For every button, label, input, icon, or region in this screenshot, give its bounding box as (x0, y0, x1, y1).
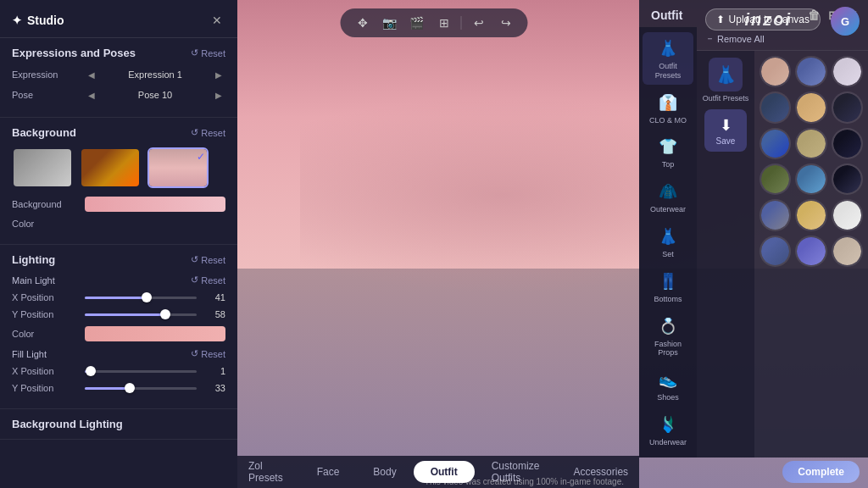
outfit-item[interactable] (832, 199, 863, 230)
outfit-item[interactable] (760, 92, 791, 123)
camera-icon[interactable]: 📷 (380, 13, 400, 33)
outfit-presets-item-label: Outfit Presets (703, 94, 749, 103)
bg-thumb-3[interactable]: ✓ (147, 147, 209, 188)
fill-y-slider[interactable] (85, 387, 197, 390)
outfit-presets-item[interactable]: 👗 Outfit Presets (700, 58, 751, 103)
fashion-props-icon: 💍 (656, 314, 680, 338)
outfit-item[interactable] (760, 236, 791, 267)
background-reset-button[interactable]: ↺ Reset (191, 127, 225, 138)
remove-all-button[interactable]: － Remove All (705, 32, 765, 45)
shoes-icon: 👟 (656, 368, 680, 391)
redo-icon[interactable]: ↪ (496, 13, 516, 33)
tab-body[interactable]: Body (356, 461, 413, 483)
fill-reset-icon: ↺ (191, 348, 198, 359)
fill-light-reset-button[interactable]: ↺ Reset (191, 348, 225, 359)
background-label: Background (12, 199, 80, 209)
outfit-presets-label: Outfit Presets (646, 62, 690, 80)
bottoms-label: Bottoms (654, 295, 682, 304)
pose-prev-button[interactable]: ◀ (85, 88, 98, 102)
pose-value: Pose 10 (103, 90, 207, 100)
record-icon[interactable]: 🎬 (407, 13, 427, 33)
outfit-item[interactable] (832, 164, 863, 195)
tab-zol-presets[interactable]: Zol Presets (231, 455, 300, 488)
sidebar-item-top[interactable]: 👕 Top (643, 130, 693, 174)
grid-icon[interactable]: ⊞ (434, 13, 454, 33)
color-label: Color (12, 219, 80, 229)
outfit-item[interactable] (760, 164, 791, 195)
lighting-title: Lighting (12, 253, 55, 266)
main-x-position-row: X Position 41 (12, 292, 225, 302)
expression-prev-button[interactable]: ◀ (85, 68, 98, 81)
main-color-label: Color (12, 329, 80, 339)
toolbar-divider (461, 16, 462, 30)
expressions-title: Expressions and Poses (12, 47, 136, 59)
main-y-slider[interactable] (85, 313, 197, 316)
main-y-thumb[interactable] (160, 309, 170, 319)
main-x-value: 41 (202, 292, 225, 302)
panel-close-button[interactable]: ✕ (209, 12, 225, 29)
pose-next-button[interactable]: ▶ (212, 88, 225, 102)
sidebar-item-outfit-presets[interactable]: 👗 Outfit Presets (643, 32, 693, 85)
fill-y-thumb[interactable] (125, 383, 135, 393)
fill-x-value: 1 (202, 366, 225, 376)
background-color-swatch[interactable] (85, 197, 225, 212)
expressions-reset-button[interactable]: ↺ Reset (191, 47, 225, 58)
outfit-item[interactable] (795, 128, 826, 159)
underwear-label: Underwear (649, 438, 687, 447)
outfit-presets-icon: 👗 (656, 36, 680, 60)
sidebar-item-set[interactable]: 👗 Set (643, 220, 693, 263)
sidebar-item-shoes[interactable]: 👟 Shoes (643, 363, 693, 407)
fill-light-label: Fill Light (12, 349, 47, 359)
main-x-slider[interactable] (85, 297, 197, 299)
sidebar-item-underwear[interactable]: 🩱 Underwear (643, 408, 693, 452)
outfit-item[interactable] (795, 164, 826, 195)
fill-y-position-row: Y Position 33 (12, 383, 225, 393)
undo-icon[interactable]: ↩ (469, 13, 489, 33)
bg-thumb-2[interactable] (80, 147, 141, 188)
main-light-label: Main Light (12, 275, 55, 286)
outfit-item[interactable] (760, 199, 791, 230)
main-x-thumb[interactable] (142, 292, 152, 302)
outfit-body: 👗 Outfit Presets 👔 CLO & MO 👕 Top 🧥 Oute… (639, 27, 868, 458)
outfit-item[interactable] (832, 236, 863, 267)
outfit-item[interactable] (760, 56, 791, 87)
outfits-grid (754, 51, 868, 458)
sidebar-item-fashion-props[interactable]: 💍 Fashion Props (643, 310, 693, 363)
fill-y-value: 33 (202, 383, 225, 393)
main-light-reset-button[interactable]: ↺ Reset (191, 274, 225, 286)
sidebar-item-clo-mo[interactable]: 👔 CLO & MO (643, 86, 693, 130)
outfit-item[interactable] (832, 56, 863, 87)
fill-x-slider[interactable] (85, 370, 197, 373)
clo-mo-icon: 👔 (656, 91, 680, 114)
upload-icon: ⬆ (716, 14, 725, 25)
save-outfit-button[interactable]: ⬇ Save (704, 109, 747, 152)
bg-thumb-1[interactable] (12, 147, 73, 188)
outerwear-label: Outerwear (650, 205, 686, 214)
complete-button[interactable]: Complete (782, 461, 860, 483)
outfit-item[interactable] (832, 128, 863, 159)
bg-label-row: Background (12, 197, 225, 212)
expression-next-button[interactable]: ▶ (212, 68, 225, 81)
outfit-item[interactable] (795, 56, 826, 87)
sidebar-item-bottoms[interactable]: 👖 Bottoms (643, 265, 693, 308)
outfit-item[interactable] (832, 92, 863, 123)
expression-value: Expression 1 (103, 69, 207, 80)
main-light-color-swatch[interactable] (85, 326, 225, 341)
panel-header: ✦ Studio ✕ (0, 7, 237, 38)
outfit-presets-area: － Remove All 👗 Outfit Presets ⬇ Save (697, 27, 868, 458)
fashion-props-label: Fashion Props (646, 340, 690, 358)
expression-label: Expression (12, 69, 80, 80)
fill-x-label: X Position (12, 366, 80, 376)
lighting-reset-button[interactable]: ↺ Reset (191, 254, 225, 265)
outfit-item[interactable] (795, 236, 826, 267)
main-x-fill (85, 297, 147, 299)
main-color-row: Color (12, 326, 225, 341)
tab-face[interactable]: Face (300, 461, 357, 483)
outfit-item[interactable] (795, 92, 826, 123)
outfit-item[interactable] (760, 128, 791, 159)
profile-avatar-button[interactable]: G (831, 7, 860, 36)
outfit-item[interactable] (795, 199, 826, 230)
sidebar-item-outerwear[interactable]: 🧥 Outerwear (643, 175, 693, 219)
fill-x-thumb[interactable] (86, 366, 96, 376)
move-icon[interactable]: ✥ (353, 13, 373, 33)
